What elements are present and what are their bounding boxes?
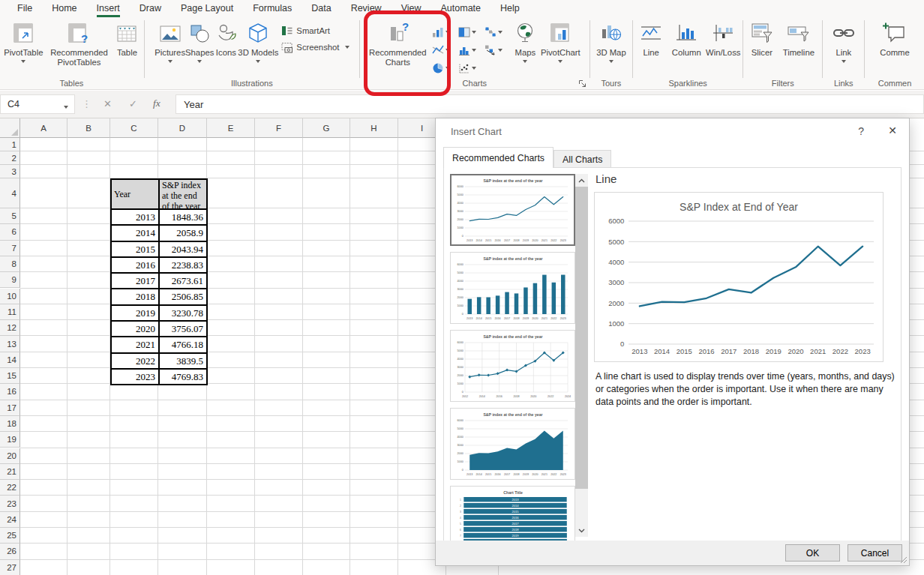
scrollbar-thumb[interactable] [575, 187, 588, 489]
confirm-entry-icon[interactable]: ✓ [129, 98, 137, 109]
row-header-26[interactable]: 26 [0, 544, 20, 559]
cell-D10[interactable]: 2506.85 [159, 289, 207, 304]
recommended-charts-button[interactable]: ? Recommended Charts [365, 19, 430, 68]
chart-thumbnail-line[interactable]: S&P index at the end of the year01000200… [450, 174, 575, 246]
ribbon-tab-insert[interactable]: Insert [87, 1, 130, 16]
row-header-21[interactable]: 21 [0, 464, 20, 480]
row-header-1[interactable]: 1 [0, 138, 20, 151]
ribbon-tab-data[interactable]: Data [302, 1, 340, 16]
insert-pie-chart-button[interactable] [432, 59, 458, 77]
dialog-title-bar[interactable]: Insert Chart ? ✕ [436, 118, 909, 147]
cell-C14[interactable]: 2022 [111, 353, 159, 369]
cell-C4[interactable]: Year [111, 179, 159, 209]
column-header-C[interactable]: C [110, 118, 158, 138]
select-all-button[interactable] [0, 118, 20, 138]
insert-waterfall-chart-button[interactable] [484, 23, 511, 41]
cell-C10[interactable]: 2018 [111, 289, 159, 304]
row-header-23[interactable]: 23 [0, 496, 20, 511]
ribbon-tab-file[interactable]: File [8, 1, 42, 16]
row-header-17[interactable]: 17 [0, 400, 20, 416]
cell-C6[interactable]: 2014 [111, 225, 159, 241]
row-header-18[interactable]: 18 [0, 416, 20, 432]
cell-C12[interactable]: 2020 [111, 321, 159, 337]
tab-recommended-charts[interactable]: Recommended Charts [443, 147, 554, 168]
insert-statistic-chart-button[interactable] [458, 41, 484, 59]
cell-D13[interactable]: 4766.18 [159, 337, 207, 352]
column-header-H[interactable]: H [350, 118, 398, 138]
cell-D5[interactable]: 1848.36 [159, 209, 207, 225]
cell-C15[interactable]: 2023 [111, 369, 159, 385]
tab-all-charts[interactable]: All Charts [554, 150, 611, 167]
insert-scatter-chart-button[interactable] [458, 59, 484, 77]
column-header-A[interactable]: A [20, 118, 68, 138]
row-header-5[interactable]: 5 [0, 208, 20, 224]
pictures-button[interactable]: Pictures [154, 19, 185, 63]
ribbon-tab-review[interactable]: Review [341, 1, 392, 16]
screenshot-button[interactable]: Screenshot [281, 41, 349, 53]
ribbon-tab-draw[interactable]: Draw [130, 1, 171, 16]
3d-map-button[interactable]: 3D Map [596, 19, 626, 63]
slicer-button[interactable]: Slicer [746, 19, 778, 58]
insert-line-or-area-chart-button[interactable] [432, 41, 458, 59]
dialog-help-button[interactable]: ? [858, 125, 864, 137]
insert-function-icon[interactable]: fx [153, 97, 160, 109]
ribbon-tab-automate[interactable]: Automate [431, 1, 491, 16]
cell-D15[interactable]: 4769.83 [159, 369, 207, 385]
formula-input[interactable]: Year [176, 94, 924, 114]
name-box[interactable]: C4 [0, 94, 75, 114]
row-header-20[interactable]: 20 [0, 448, 20, 464]
cell-C11[interactable]: 2019 [111, 305, 159, 321]
smartart-button[interactable]: SmartArt [281, 25, 349, 37]
cell-C5[interactable]: 2013 [111, 209, 159, 225]
row-header-19[interactable]: 19 [0, 432, 20, 448]
ribbon-tab-home[interactable]: Home [42, 1, 86, 16]
shapes-button[interactable]: Shapes [185, 19, 214, 63]
ribbon-tab-page-layout[interactable]: Page Layout [171, 1, 243, 16]
row-header-4[interactable]: 4 [0, 178, 20, 208]
column-header-D[interactable]: D [158, 118, 207, 138]
column-header-G[interactable]: G [303, 118, 350, 138]
maps-button[interactable]: Maps [513, 19, 537, 63]
row-header-14[interactable]: 14 [0, 352, 20, 368]
row-header-11[interactable]: 11 [0, 304, 20, 320]
insert-hierarchy-chart-button[interactable] [458, 23, 484, 41]
column-header-F[interactable]: F [255, 118, 303, 138]
row-header-8[interactable]: 8 [0, 256, 20, 272]
row-header-16[interactable]: 16 [0, 384, 20, 400]
insert-column-or-bar-chart-button[interactable] [432, 23, 458, 41]
ok-button[interactable]: OK [785, 544, 840, 562]
comment-button[interactable]: Comme [871, 19, 919, 58]
cell-D14[interactable]: 3839.5 [159, 353, 207, 369]
thumbnail-scrollbar[interactable] [575, 174, 588, 537]
ribbon-tab-view[interactable]: View [392, 1, 431, 16]
cell-D8[interactable]: 2238.83 [159, 257, 207, 273]
table-button[interactable]: Table [115, 19, 139, 58]
recommended-pivottables-button[interactable]: ? Recommended PivotTables [43, 19, 115, 68]
timeline-button[interactable]: Timeline [778, 19, 820, 58]
chart-thumbnail-area[interactable]: S&P index at the end of the year01000200… [450, 408, 575, 480]
column-header-B[interactable]: B [68, 118, 110, 138]
cell-D11[interactable]: 3230.78 [159, 305, 207, 321]
row-header-22[interactable]: 22 [0, 480, 20, 496]
row-header-6[interactable]: 6 [0, 224, 20, 240]
insert-combo-chart-button[interactable] [484, 41, 511, 59]
cell-C9[interactable]: 2017 [111, 273, 159, 289]
row-header-2[interactable]: 2 [0, 151, 20, 165]
sparkline-winloss-button[interactable]: Win/Loss [706, 19, 740, 58]
link-button[interactable]: Link [832, 19, 856, 63]
chart-thumbnail-line-markers[interactable]: S&P index at the end of the year01000200… [450, 330, 575, 402]
dialog-close-button[interactable]: ✕ [888, 124, 897, 136]
cancel-button[interactable]: Cancel [848, 544, 902, 562]
row-header-13[interactable]: 13 [0, 336, 20, 352]
cell-C8[interactable]: 2016 [111, 257, 159, 273]
ribbon-tab-formulas[interactable]: Formulas [243, 1, 302, 16]
cell-D6[interactable]: 2058.9 [159, 225, 207, 241]
row-header-10[interactable]: 10 [0, 289, 20, 304]
row-header-15[interactable]: 15 [0, 368, 20, 384]
cell-D12[interactable]: 3756.07 [159, 321, 207, 337]
icons-button[interactable]: Icons [214, 19, 238, 58]
row-header-27[interactable]: 27 [0, 560, 20, 575]
pivotchart-button[interactable]: PivotChart [537, 19, 584, 63]
sparkline-column-button[interactable]: Column [667, 19, 706, 58]
resize-grip[interactable] [899, 556, 908, 564]
